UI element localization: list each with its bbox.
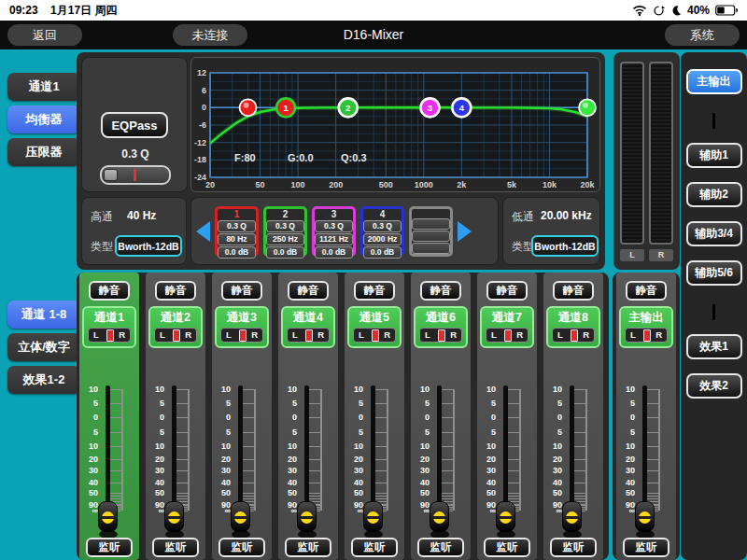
output-select-button[interactable]: 辅助1 [686, 143, 742, 168]
pan-control[interactable]: LR [220, 328, 263, 343]
fader: 10505102030405090∞ [79, 383, 139, 538]
channel-name-box[interactable]: 通道2LR [148, 306, 203, 348]
channel-strip[interactable]: 静音通道8LR10505102030405090∞监听 [543, 273, 603, 560]
eq-filter-marker[interactable] [240, 99, 257, 116]
eq-band-selector[interactable]: 30.3 Q1121 Hz0.0 dB [312, 206, 356, 257]
eq-band-selector[interactable]: 10.3 Q80 Hz0.0 dB [215, 206, 259, 257]
output-select-button[interactable]: 效果1 [686, 334, 742, 359]
eq-band-marker[interactable]: 4 [452, 98, 471, 117]
channel-strip[interactable]: 静音通道1LR10505102030405090∞监听 [79, 273, 139, 560]
channel-strip[interactable]: 静音通道2LR10505102030405090∞监听 [146, 273, 205, 560]
lpf-type-button[interactable]: Bworth-12dB [531, 235, 599, 257]
channel-name-box[interactable]: 通道3LR [215, 306, 269, 348]
fader-scale-rail [188, 389, 190, 511]
eq-band-marker[interactable]: 3 [420, 98, 439, 117]
processing-tab[interactable]: 压限器 [7, 138, 80, 166]
eq-band-marker[interactable]: 1 [276, 98, 295, 117]
channel-name-box[interactable]: 通道6LR [414, 306, 468, 348]
mute-button[interactable]: 静音 [553, 281, 594, 301]
listen-button[interactable]: 监听 [417, 538, 464, 557]
fader-handle[interactable] [231, 501, 250, 532]
pan-control[interactable]: LR [287, 328, 330, 343]
band-next-arrow[interactable] [458, 221, 472, 242]
mute-button[interactable]: 静音 [420, 281, 461, 301]
channel-name-box[interactable]: 通道5LR [347, 306, 402, 348]
system-button[interactable]: 系统 [665, 24, 740, 46]
processing-tab[interactable]: 均衡器 [7, 105, 80, 133]
fader-scale-tick [647, 432, 658, 433]
channel-name-box[interactable]: 通道7LR [480, 306, 534, 348]
fader-handle[interactable] [635, 501, 655, 532]
fader-handle[interactable] [430, 501, 449, 532]
fader-handle[interactable] [496, 501, 515, 532]
fader-handle[interactable] [98, 501, 118, 532]
listen-button[interactable]: 监听 [285, 538, 331, 557]
output-select-button[interactable]: 辅助3/4 [686, 221, 742, 246]
channel-name-box[interactable]: 通道8LR [546, 306, 600, 348]
output-select-button[interactable]: 辅助5/6 [686, 260, 742, 286]
eq-filter-marker[interactable] [579, 99, 596, 116]
pan-control[interactable]: LR [552, 328, 595, 343]
channel-strip[interactable]: 静音通道5LR10505102030405090∞监听 [345, 273, 404, 560]
listen-button[interactable]: 监听 [86, 538, 133, 557]
mute-button[interactable]: 静音 [626, 281, 667, 301]
channel-name-box[interactable]: 通道4LR [281, 306, 335, 348]
eq-curve-chart[interactable]: F:80G:0.0Q:0.312341260-6-12-18-242050100… [190, 57, 600, 192]
mute-button[interactable]: 静音 [89, 281, 130, 301]
q-slider[interactable] [100, 165, 171, 185]
layer-tab[interactable]: 效果1-2 [7, 366, 80, 394]
eqpass-button[interactable]: EQPass [101, 112, 168, 138]
mute-button[interactable]: 静音 [486, 281, 528, 301]
listen-button[interactable]: 监听 [484, 538, 530, 557]
listen-button[interactable]: 监听 [152, 538, 199, 557]
eq-y-tick: -18 [194, 155, 206, 164]
mute-button[interactable]: 静音 [221, 281, 262, 301]
listen-button[interactable]: 监听 [351, 538, 398, 557]
pan-control[interactable]: LR [353, 328, 396, 343]
fader-scale-label: 20 [280, 455, 297, 464]
channel-strip[interactable]: 静音通道4LR10505102030405090∞监听 [278, 273, 338, 560]
fader-handle[interactable] [562, 501, 582, 532]
q-slider-knob[interactable] [104, 169, 118, 181]
eq-band-marker[interactable]: 2 [339, 98, 358, 117]
output-select-button[interactable]: 主输出 [686, 69, 742, 94]
fader-handle[interactable] [297, 501, 317, 532]
layer-tab[interactable]: 立体/数字 [7, 333, 80, 361]
channel-strip[interactable]: 静音通道3LR10505102030405090∞监听 [212, 273, 272, 560]
fader-handle[interactable] [363, 501, 383, 532]
output-select-button[interactable]: 辅助2 [686, 182, 742, 207]
band-value [412, 243, 450, 254]
listen-button[interactable]: 监听 [550, 538, 597, 557]
eq-band-selector-empty[interactable] [409, 206, 453, 257]
pan-control[interactable]: LR [154, 328, 197, 343]
listen-button[interactable]: 监听 [218, 538, 265, 557]
channel-strip[interactable]: 静音主输出LR10505102030405090∞监听 [616, 273, 676, 560]
mute-button[interactable]: 静音 [354, 281, 395, 301]
fader-handle[interactable] [164, 501, 184, 532]
pan-control[interactable]: LR [486, 328, 529, 343]
channel-strip[interactable]: 静音通道6LR10505102030405090∞监听 [411, 273, 471, 560]
band-value: 0.3 Q [315, 220, 353, 232]
hpf-type-button[interactable]: Bworth-12dB [115, 235, 182, 257]
eq-band-selector[interactable]: 20.3 Q250 Hz0.0 dB [263, 206, 307, 257]
pan-control[interactable]: LR [88, 328, 131, 343]
pan-left-label: L [630, 329, 636, 340]
eq-band-selector[interactable]: 40.3 Q2000 Hz0.0 dB [360, 206, 404, 257]
channel-strip[interactable]: 静音通道7LR10505102030405090∞监听 [477, 273, 537, 560]
fader-scale-tick [243, 417, 254, 418]
channel-name-box[interactable]: 主输出LR [619, 306, 673, 348]
processing-tab[interactable]: 通道1 [7, 73, 80, 101]
layer-tab[interactable]: 通道 1-8 [7, 301, 80, 329]
listen-button[interactable]: 监听 [623, 538, 669, 557]
fader-scale-label: 10 [545, 441, 562, 451]
eq-x-tick: 10k [543, 180, 557, 189]
pan-control[interactable]: LR [625, 328, 668, 343]
output-select-button[interactable]: 效果2 [686, 373, 742, 399]
fader-scale-label: 30 [280, 466, 297, 475]
pan-control[interactable]: LR [419, 328, 462, 343]
fader-scale-tick [176, 459, 188, 460]
mute-button[interactable]: 静音 [288, 281, 329, 301]
band-prev-arrow[interactable] [196, 221, 210, 242]
mute-button[interactable]: 静音 [155, 281, 196, 301]
channel-name-box[interactable]: 通道1LR [82, 306, 136, 348]
